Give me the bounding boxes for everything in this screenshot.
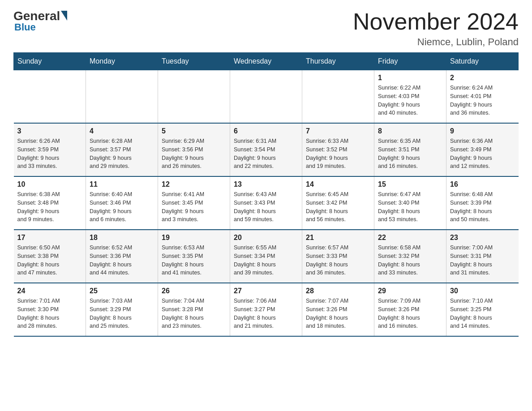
calendar-week-3: 10Sunrise: 6:38 AM Sunset: 3:48 PM Dayli… <box>14 176 519 230</box>
calendar-cell: 6Sunrise: 6:31 AM Sunset: 3:54 PM Daylig… <box>230 123 302 176</box>
logo-arrow-icon <box>61 11 67 21</box>
day-info: Sunrise: 6:50 AM Sunset: 3:38 PM Dayligh… <box>17 244 82 277</box>
day-number: 29 <box>378 287 442 295</box>
day-number: 9 <box>450 127 515 135</box>
calendar-cell: 13Sunrise: 6:43 AM Sunset: 3:43 PM Dayli… <box>230 176 302 230</box>
day-info: Sunrise: 7:07 AM Sunset: 3:26 PM Dayligh… <box>306 297 370 330</box>
day-number: 24 <box>17 287 82 295</box>
calendar-cell: 15Sunrise: 6:47 AM Sunset: 3:40 PM Dayli… <box>374 176 446 230</box>
day-header-tuesday: Tuesday <box>158 53 230 70</box>
day-number: 11 <box>90 180 154 188</box>
day-number: 28 <box>306 287 370 295</box>
calendar-cell: 16Sunrise: 6:48 AM Sunset: 3:39 PM Dayli… <box>446 176 519 230</box>
day-number: 21 <box>306 234 370 242</box>
logo-blue-text: Blue <box>14 21 36 33</box>
calendar-cell: 18Sunrise: 6:52 AM Sunset: 3:36 PM Dayli… <box>86 230 158 283</box>
day-header-saturday: Saturday <box>446 53 519 70</box>
day-info: Sunrise: 6:48 AM Sunset: 3:39 PM Dayligh… <box>450 190 515 224</box>
calendar-cell: 28Sunrise: 7:07 AM Sunset: 3:26 PM Dayli… <box>302 283 374 336</box>
days-of-week-row: SundayMondayTuesdayWednesdayThursdayFrid… <box>14 53 519 70</box>
calendar-week-2: 3Sunrise: 6:26 AM Sunset: 3:59 PM Daylig… <box>14 123 519 176</box>
day-info: Sunrise: 6:35 AM Sunset: 3:51 PM Dayligh… <box>378 137 442 171</box>
day-info: Sunrise: 6:31 AM Sunset: 3:54 PM Dayligh… <box>234 137 298 171</box>
day-number: 23 <box>450 234 515 242</box>
calendar-cell: 5Sunrise: 6:29 AM Sunset: 3:56 PM Daylig… <box>158 123 230 176</box>
calendar-cell: 19Sunrise: 6:53 AM Sunset: 3:35 PM Dayli… <box>158 230 230 283</box>
calendar-week-4: 17Sunrise: 6:50 AM Sunset: 3:38 PM Dayli… <box>14 230 519 283</box>
day-info: Sunrise: 6:28 AM Sunset: 3:57 PM Dayligh… <box>90 137 154 171</box>
calendar-cell: 17Sunrise: 6:50 AM Sunset: 3:38 PM Dayli… <box>14 230 86 283</box>
day-header-wednesday: Wednesday <box>230 53 302 70</box>
day-header-friday: Friday <box>374 53 446 70</box>
day-info: Sunrise: 6:52 AM Sunset: 3:36 PM Dayligh… <box>90 244 154 277</box>
day-number: 15 <box>378 180 442 188</box>
day-info: Sunrise: 7:09 AM Sunset: 3:26 PM Dayligh… <box>378 297 442 330</box>
location-title: Niemce, Lublin, Poland <box>353 36 519 48</box>
day-info: Sunrise: 7:10 AM Sunset: 3:25 PM Dayligh… <box>450 297 515 330</box>
day-header-thursday: Thursday <box>302 53 374 70</box>
calendar-header: SundayMondayTuesdayWednesdayThursdayFrid… <box>14 53 519 70</box>
day-info: Sunrise: 6:58 AM Sunset: 3:32 PM Dayligh… <box>378 244 442 277</box>
logo: General Blue <box>13 9 67 33</box>
calendar-cell: 14Sunrise: 6:45 AM Sunset: 3:42 PM Dayli… <box>302 176 374 230</box>
calendar-cell: 24Sunrise: 7:01 AM Sunset: 3:30 PM Dayli… <box>14 283 86 336</box>
calendar-cell <box>86 70 158 124</box>
day-info: Sunrise: 6:43 AM Sunset: 3:43 PM Dayligh… <box>234 190 298 224</box>
day-number: 19 <box>162 234 226 242</box>
page-header: General Blue November 2024 Niemce, Lubli… <box>13 9 519 48</box>
day-number: 2 <box>450 74 515 82</box>
day-info: Sunrise: 7:06 AM Sunset: 3:27 PM Dayligh… <box>234 297 298 330</box>
day-number: 6 <box>234 127 298 135</box>
day-number: 1 <box>378 74 442 82</box>
calendar-cell: 25Sunrise: 7:03 AM Sunset: 3:29 PM Dayli… <box>86 283 158 336</box>
day-info: Sunrise: 6:33 AM Sunset: 3:52 PM Dayligh… <box>306 137 370 171</box>
day-number: 16 <box>450 180 515 188</box>
calendar-cell: 21Sunrise: 6:57 AM Sunset: 3:33 PM Dayli… <box>302 230 374 283</box>
calendar-cell: 29Sunrise: 7:09 AM Sunset: 3:26 PM Dayli… <box>374 283 446 336</box>
calendar-cell <box>302 70 374 124</box>
calendar-cell: 12Sunrise: 6:41 AM Sunset: 3:45 PM Dayli… <box>158 176 230 230</box>
day-number: 3 <box>17 127 82 135</box>
calendar-cell: 20Sunrise: 6:55 AM Sunset: 3:34 PM Dayli… <box>230 230 302 283</box>
day-info: Sunrise: 6:41 AM Sunset: 3:45 PM Dayligh… <box>162 190 226 224</box>
day-info: Sunrise: 6:53 AM Sunset: 3:35 PM Dayligh… <box>162 244 226 277</box>
calendar-cell: 7Sunrise: 6:33 AM Sunset: 3:52 PM Daylig… <box>302 123 374 176</box>
calendar-cell: 3Sunrise: 6:26 AM Sunset: 3:59 PM Daylig… <box>14 123 86 176</box>
calendar-cell <box>158 70 230 124</box>
day-number: 18 <box>90 234 154 242</box>
calendar-week-1: 1Sunrise: 6:22 AM Sunset: 4:03 PM Daylig… <box>14 70 519 124</box>
calendar-cell: 2Sunrise: 6:24 AM Sunset: 4:01 PM Daylig… <box>446 70 519 124</box>
day-number: 30 <box>450 287 515 295</box>
day-header-sunday: Sunday <box>14 53 86 70</box>
day-info: Sunrise: 7:03 AM Sunset: 3:29 PM Dayligh… <box>90 297 154 330</box>
day-number: 4 <box>90 127 154 135</box>
calendar-cell: 10Sunrise: 6:38 AM Sunset: 3:48 PM Dayli… <box>14 176 86 230</box>
day-info: Sunrise: 6:47 AM Sunset: 3:40 PM Dayligh… <box>378 190 442 224</box>
title-block: November 2024 Niemce, Lublin, Poland <box>353 9 519 48</box>
day-info: Sunrise: 6:29 AM Sunset: 3:56 PM Dayligh… <box>162 137 226 171</box>
day-number: 25 <box>90 287 154 295</box>
calendar-cell: 11Sunrise: 6:40 AM Sunset: 3:46 PM Dayli… <box>86 176 158 230</box>
calendar-table: SundayMondayTuesdayWednesdayThursdayFrid… <box>13 52 519 337</box>
day-number: 5 <box>162 127 226 135</box>
calendar-cell: 22Sunrise: 6:58 AM Sunset: 3:32 PM Dayli… <box>374 230 446 283</box>
calendar-cell: 4Sunrise: 6:28 AM Sunset: 3:57 PM Daylig… <box>86 123 158 176</box>
calendar-cell: 26Sunrise: 7:04 AM Sunset: 3:28 PM Dayli… <box>158 283 230 336</box>
day-info: Sunrise: 6:36 AM Sunset: 3:49 PM Dayligh… <box>450 137 515 171</box>
day-info: Sunrise: 6:26 AM Sunset: 3:59 PM Dayligh… <box>17 137 82 171</box>
day-number: 8 <box>378 127 442 135</box>
day-info: Sunrise: 6:38 AM Sunset: 3:48 PM Dayligh… <box>17 190 82 224</box>
day-number: 27 <box>234 287 298 295</box>
day-number: 20 <box>234 234 298 242</box>
day-info: Sunrise: 6:57 AM Sunset: 3:33 PM Dayligh… <box>306 244 370 277</box>
day-number: 14 <box>306 180 370 188</box>
day-info: Sunrise: 6:24 AM Sunset: 4:01 PM Dayligh… <box>450 84 515 117</box>
calendar-cell: 1Sunrise: 6:22 AM Sunset: 4:03 PM Daylig… <box>374 70 446 124</box>
calendar-cell: 23Sunrise: 7:00 AM Sunset: 3:31 PM Dayli… <box>446 230 519 283</box>
calendar-body: 1Sunrise: 6:22 AM Sunset: 4:03 PM Daylig… <box>14 70 519 337</box>
calendar-cell: 27Sunrise: 7:06 AM Sunset: 3:27 PM Dayli… <box>230 283 302 336</box>
day-number: 22 <box>378 234 442 242</box>
day-number: 17 <box>17 234 82 242</box>
day-number: 13 <box>234 180 298 188</box>
calendar-week-5: 24Sunrise: 7:01 AM Sunset: 3:30 PM Dayli… <box>14 283 519 336</box>
